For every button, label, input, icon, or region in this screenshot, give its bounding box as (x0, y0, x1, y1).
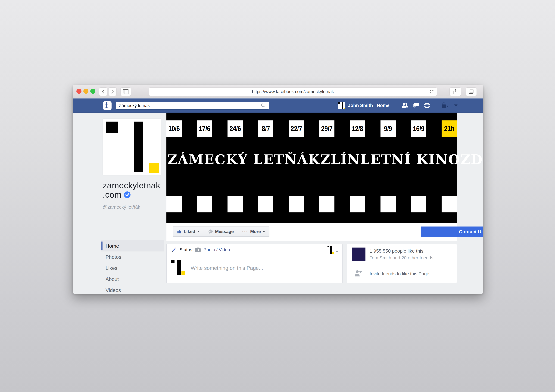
composer-tab-status[interactable]: Status (180, 247, 192, 252)
browser-titlebar: https://www.facebook.com/zameckyletnak (73, 85, 483, 98)
browser-window: https://www.facebook.com/zameckyletnak (73, 85, 483, 294)
cover-blank-square (350, 196, 365, 213)
account-caret-icon (454, 105, 458, 107)
cover-dates-row: 10/6 17/6 24/6 8/7 22/7 29/7 12/8 9/9 16… (167, 121, 457, 137)
privacy-shortcuts-button[interactable] (441, 102, 449, 109)
profile-picture[interactable] (103, 119, 161, 175)
navbar-user-name[interactable]: John Smith (348, 103, 373, 108)
sidebar-item-videos[interactable]: Videos (101, 285, 164, 294)
composer-header: Status Photo / Video (167, 244, 342, 255)
back-icon (101, 89, 105, 94)
sidebar-toggle-button[interactable] (120, 87, 131, 96)
post-composer: Status Photo / Video (167, 244, 343, 283)
likes-count: 1,955.550 people like this (370, 248, 423, 254)
cover-time-badge: 21h (442, 121, 457, 137)
notifications-button[interactable] (423, 102, 431, 109)
cover-date: 22/7 (289, 121, 304, 137)
forward-button[interactable] (108, 87, 117, 96)
invite-friends-row[interactable]: Invite friends to like this Page (347, 264, 457, 283)
navbar-home-link[interactable]: Home (377, 103, 389, 108)
back-button[interactable] (99, 87, 107, 96)
page-title-line1: zameckyletnak (103, 181, 160, 190)
cover-photo[interactable]: 10/6 17/6 24/6 8/7 22/7 29/7 12/8 9/9 16… (167, 113, 457, 223)
facebook-search-input[interactable]: Zámecký letňák (116, 102, 269, 110)
messages-button[interactable] (412, 102, 420, 109)
composer-tab-photo-video[interactable]: Photo / Video (204, 247, 230, 252)
page-content: zameckyletnak .com @zamecký letňák Home … (73, 113, 483, 294)
more-button[interactable]: ··· More (238, 227, 270, 237)
pencil-icon (171, 247, 177, 253)
cover-date: 24/6 (227, 121, 243, 137)
more-caret-icon (263, 231, 265, 232)
cover-blank-square (319, 196, 335, 213)
close-window-button[interactable] (76, 89, 81, 94)
more-ellipsis-icon: ··· (242, 229, 248, 234)
account-settings-button[interactable] (452, 102, 460, 109)
cover-date: 8/7 (258, 121, 273, 137)
friends-who-like: Tom Smith and 20 other friends (370, 255, 433, 261)
sidebar-item-likes[interactable]: Likes (101, 263, 164, 274)
invite-friend-icon (354, 270, 362, 277)
cover-blank-square (380, 196, 396, 213)
address-bar[interactable]: https://www.facebook.com/zameckyletnak (149, 87, 437, 96)
liked-button[interactable]: Liked (173, 227, 204, 237)
messenger-icon (208, 229, 213, 234)
composer-body[interactable]: Write something on this Page... (167, 255, 342, 283)
search-value: Zámecký letňák (119, 103, 150, 108)
community-avatar (352, 248, 365, 261)
cover-blank-square (442, 196, 457, 213)
cover-blank-square (289, 196, 304, 213)
camera-icon (195, 247, 201, 252)
sidebar-item-about[interactable]: About (101, 274, 164, 285)
facebook-navbar: f Zámecký letňák John Smith Home (73, 99, 483, 113)
page-nav: Home Photos Likes About Videos Welcome P… (101, 240, 164, 294)
community-card: 1,955.550 people like this Tom Smith and… (347, 244, 457, 283)
page-title: zameckyletnak .com (103, 181, 160, 200)
sidebar-item-photos[interactable]: Photos (101, 251, 164, 263)
liked-caret-icon (197, 231, 200, 232)
page-action-buttons: Liked Message ··· More (173, 227, 270, 237)
cover-blank-square (258, 196, 273, 213)
friend-requests-icon (401, 102, 409, 109)
desktop-background: https://www.facebook.com/zameckyletnak (0, 0, 555, 392)
zoom-window-button[interactable] (90, 89, 95, 94)
cover-date: 16/9 (411, 121, 426, 137)
community-likes-row: 1,955.550 people like this Tom Smith and… (347, 244, 457, 264)
forward-icon (110, 89, 115, 94)
sidebar-item-home[interactable]: Home (101, 240, 164, 251)
sidebar-toggle-icon (123, 89, 128, 94)
composer-placeholder: Write something on this Page... (191, 265, 263, 271)
composer-caret-icon (336, 251, 339, 253)
friend-requests-button[interactable] (401, 102, 409, 109)
search-icon (261, 103, 266, 108)
cover-date: 12/8 (350, 121, 365, 137)
facebook-logo[interactable]: f (103, 101, 111, 110)
page-handle: @zamecký letňák (103, 204, 140, 210)
cover-title: ZÁMECKÝ LETŇÁK ZLÍN LETNÍ KINO ZDARMA (167, 152, 457, 167)
cover-date: 17/6 (197, 121, 212, 137)
composer-identity[interactable] (328, 245, 339, 255)
cover-date: 10/6 (167, 121, 182, 137)
contact-us-button[interactable]: Contact Us (421, 227, 483, 237)
globe-icon (424, 102, 431, 109)
show-all-tabs-button[interactable] (466, 87, 477, 96)
reload-button[interactable] (429, 89, 434, 95)
address-bar-url: https://www.facebook.com/zameckyletnak (252, 89, 334, 94)
navbar-divider (436, 102, 436, 109)
message-button[interactable]: Message (204, 227, 238, 237)
cover-blank-square (197, 196, 212, 213)
page-action-bar: Liked Message ··· More (167, 223, 457, 241)
cover-blank-row (167, 196, 457, 213)
minimize-window-button[interactable] (83, 89, 88, 94)
cover-blank-square (411, 196, 426, 213)
user-avatar[interactable] (338, 102, 345, 109)
composer-avatar (171, 259, 185, 275)
privacy-shortcuts-icon (441, 102, 449, 109)
page-logo-mark (328, 245, 334, 255)
like-thumb-icon (177, 229, 182, 234)
cover-blank-square (227, 196, 243, 213)
cover-blank-square (167, 196, 182, 213)
share-button[interactable] (449, 87, 461, 96)
cover-date: 29/7 (319, 121, 335, 137)
reload-icon (429, 89, 434, 94)
